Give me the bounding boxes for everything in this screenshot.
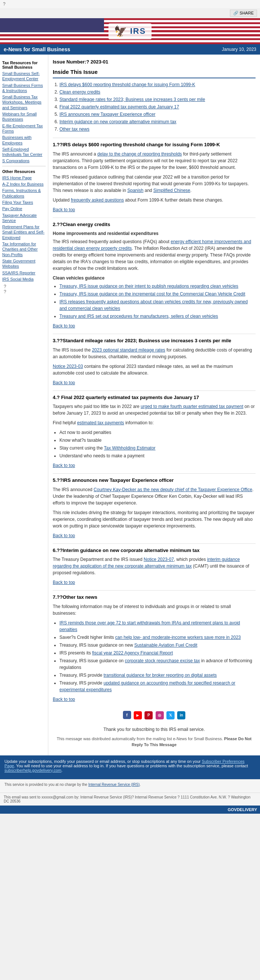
article-7-bullet-4: IRS presents its fiscal year 2022 Agency… [59,650,255,656]
instagram-icon[interactable]: ◎ [156,711,164,719]
link-research-expenditures[interactable]: updated guidance on accounting methods f… [59,681,236,692]
article-2-clean-vehicles-list: Treasury, IRS issue guidance on their in… [53,283,255,320]
article-title-2: 2.??Clean energy credits [53,218,255,228]
link-spanish[interactable]: Spanish [128,188,144,193]
sidebar-link-self-employed[interactable]: Self-Employed Individuals Tax Center [2,146,46,158]
toc-item-3: Standard mileage rates for 2023; Busines… [59,96,255,103]
link-notice-2023-03[interactable]: Notice 2023-03 [53,364,83,369]
cv-link-3[interactable]: IRS releases frequently asked questions … [59,299,248,311]
sidebar: Tax Resources for Small Business Small B… [0,54,48,756]
link-courtney-kaydecker[interactable]: Courtney Kay-Decker as the new deputy ch… [94,487,252,492]
sidebar-link-businesses-employees[interactable]: Businesses with Employees [2,135,46,145]
article-7-bullets: IRS reminds those over age 72 to start w… [53,620,255,693]
cv-item-4: Treasury and IRS set out procedures for … [59,313,255,320]
sidebar-link-retirement-plans[interactable]: Retirement Plans for Small Entities and … [2,224,46,240]
link-estimated-payments[interactable]: estimated tax payments [77,420,124,425]
top-bar: 🔗 SHARE [0,8,260,18]
social-bar: f ▶ P ◎ 𝕏 in [53,707,255,723]
back-to-top-7[interactable]: Back to top [53,696,255,703]
link-energy-efficient-home[interactable]: energy efficient home improvements and r… [53,239,251,251]
toc-link-6[interactable]: Interim guidance on new corporate altern… [59,119,176,124]
cv-link-2[interactable]: Treasury, IRS issue guidance on the incr… [59,291,245,297]
article-title-1: 1.??IRS delays $600 reporting threshold … [53,138,255,148]
back-to-top-6[interactable]: Back to top [53,579,255,586]
toc-item-7: Other tax news [59,126,255,132]
link-broker-reporting[interactable]: transitional guidance for broker reporti… [104,673,217,678]
youtube-icon[interactable]: ▶ [134,711,142,719]
inside-title: Inside This Issue [53,68,255,79]
govdelivery-bar: GOVDELIVERY [0,805,260,814]
back-to-top-5[interactable]: Back to top [53,532,255,539]
toc-link-1[interactable]: IRS delays $600 reporting threshold chan… [59,82,195,87]
irs-link[interactable]: Internal Revenue Service (IRS) [88,783,140,787]
article-1-para-3: Updated frequently asked questions about… [53,197,255,204]
sidebar-link-webinars[interactable]: Webinars for Small Businesses [2,111,46,122]
back-to-top-2[interactable]: Back to top [53,323,255,329]
sidebar-link-tax-charities[interactable]: Tax Information for Charities and Other … [2,241,46,257]
article-title-5: 5.??IRS announces new Taxpayer Experienc… [53,473,255,484]
link-aviation-fuel[interactable]: Sustainable Aviation Fuel Credit [134,643,197,648]
link-mileage-rates[interactable]: 2023 optional standard mileage rates [92,347,165,353]
sidebar-link-efile[interactable]: E-file Employment Tax Forms [2,123,46,134]
header-banner: 🦅 IRS [0,18,260,44]
linkedin-icon[interactable]: in [177,711,185,719]
sidebar-question-2[interactable]: ? [2,288,8,295]
sidebar-link-irs-social[interactable]: IRS Social Media [2,277,46,282]
link-faq-1099k[interactable]: frequently asked questions [71,197,124,203]
sidebar-link-forms-instructions[interactable]: Forms, Instructions & Publications [2,188,46,199]
article-1-para-1: The IRS announced a delay to the change … [53,151,255,171]
article-3-para-1: The IRS issued the 2023 optional standar… [53,347,255,360]
article-5-para-1: The IRS announced Courtney Kay-Decker as… [53,486,255,506]
twitter-icon[interactable]: 𝕏 [166,711,175,719]
link-notice-2023-07[interactable]: Notice 2023-07 [144,557,174,562]
link-fourth-quarter[interactable]: urged to make fourth quarter estimated t… [141,404,243,409]
link-stock-repurchase[interactable]: corporate stock repurchase excise tax [125,658,200,663]
back-to-top-4[interactable]: Back to top [53,462,255,469]
facebook-icon[interactable]: f [123,711,131,719]
subscriber-preferences-link[interactable]: Subscriber Preferences Page [5,759,244,768]
enews-date: January 10, 2023 [222,47,256,52]
sidebar-link-ssa-irs[interactable]: SSA/IRS Reporter [2,270,46,275]
pinterest-icon[interactable]: P [145,711,153,719]
link-withholding-estimator[interactable]: Tax Withholding Estimator [104,445,156,451]
link-simplified-chinese[interactable]: Simplified Chinese [153,188,190,193]
toc-link-3[interactable]: Standard mileage rates for 2023; Busines… [59,97,205,102]
toc-link-7[interactable]: Other tax news [59,127,89,132]
sidebar-link-taxpayer-advocate[interactable]: Taxpayer Advocate Service [2,213,46,223]
footer-blue-text: Update your subscriptions, modify your p… [5,759,255,773]
article-2-clean-vehicles-heading: Clean vehicles guidance [53,275,255,282]
back-to-top-3[interactable]: Back to top [53,379,255,386]
back-to-top-1[interactable]: Back to top [53,207,255,213]
sidebar-link-az-index[interactable]: A-Z Index for Business [2,181,46,187]
link-ira-withdrawals[interactable]: IRS reminds those over age 72 to start w… [59,620,240,632]
cv-item-3: IRS releases frequently asked questions … [59,299,255,312]
cv-link-1[interactable]: Treasury, IRS issue guidance on their in… [59,283,238,289]
sidebar-link-small-business-forms[interactable]: Small Business Forms & Instructions [2,83,46,94]
toc-item-4: Final 2022 quarterly estimated tax payme… [59,103,255,110]
sidebar-link-irs-home[interactable]: IRS Home Page [2,175,46,180]
sidebar-link-small-business-tax-workshops[interactable]: Small Business Tax Workshops, Meetings a… [2,94,46,110]
toc-link-4[interactable]: Final 2022 quarterly estimated tax payme… [59,104,179,110]
article-6-para-1: The Treasury Department and the IRS issu… [53,556,255,576]
sidebar-link-small-business-self-employment[interactable]: Small Business Self-Employment Center [2,71,46,82]
link-reporting-thresholds[interactable]: delay to the change of reporting thresho… [97,151,182,157]
sidebar-link-s-corporations[interactable]: S Corporations [2,158,46,163]
link-savers-credit[interactable]: can help low- and moderate-income worker… [115,635,241,640]
sidebar-link-pay-online[interactable]: Pay Online [2,206,46,211]
subscriberhelp-link[interactable]: subscriberhelp.govdelivery.com [5,768,61,773]
cv-link-4[interactable]: Treasury and IRS set out procedures for … [59,314,218,319]
article-4-bullet-2: Know what?s taxable [59,437,255,444]
toc-link-5[interactable]: IRS announces new Taxpayer Experience of… [59,112,155,117]
article-title-3: 3.??Standard mileage rates for 2023; Bus… [53,334,255,345]
email-info-text: This email was sent to xxxxxx@gmail.com … [4,795,250,803]
share-label: SHARE [239,11,254,15]
share-button[interactable]: 🔗 SHARE [230,10,257,17]
link-financial-report[interactable]: fiscal year 2022 Agency Financial Report [92,651,173,655]
sidebar-link-filing-taxes[interactable]: Filing Your Taxes [2,200,46,205]
toc-link-2[interactable]: Clean energy credits [59,89,100,95]
article-5-para-2: This role includes driving the strategy … [53,509,255,529]
article-7-bullet-6: Treasury, IRS provide transitional guida… [59,672,255,679]
sidebar-link-state-gov[interactable]: State Government Websites [2,258,46,269]
toc-item-2: Clean energy credits [59,89,255,95]
sidebar-other-resources-title: Other Resources [2,169,46,174]
